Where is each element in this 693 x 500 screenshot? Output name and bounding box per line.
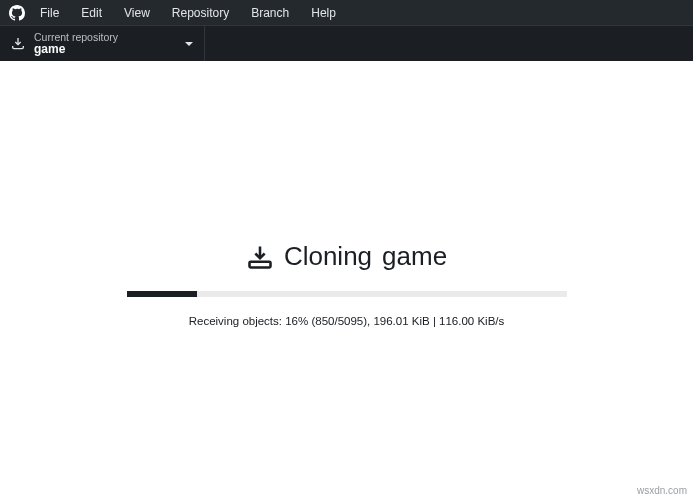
progress-fill xyxy=(127,291,197,297)
progress-bar xyxy=(127,291,567,297)
download-tray-icon xyxy=(10,36,26,52)
current-repository-text: Current repository game xyxy=(34,31,184,57)
main-content: Cloning game Receiving objects: 16% (850… xyxy=(0,61,693,500)
github-logo-icon xyxy=(6,5,28,21)
menubar: File Edit View Repository Branch Help xyxy=(0,0,693,25)
current-repository-label: Current repository xyxy=(34,31,184,43)
current-repository-selector[interactable]: Current repository game xyxy=(0,26,205,61)
svg-rect-0 xyxy=(249,261,270,267)
cloning-title-repo: game xyxy=(382,241,447,272)
status-text: Receiving objects: 16% (850/5095), 196.0… xyxy=(127,315,567,327)
cloning-title: Cloning game xyxy=(246,241,447,272)
menu-edit[interactable]: Edit xyxy=(71,2,112,24)
toolbar: Current repository game xyxy=(0,25,693,61)
cloning-panel: Cloning game Receiving objects: 16% (850… xyxy=(127,241,567,327)
menu-file[interactable]: File xyxy=(30,2,69,24)
menu-help[interactable]: Help xyxy=(301,2,346,24)
cloning-title-prefix: Cloning xyxy=(284,241,372,272)
menu-view[interactable]: View xyxy=(114,2,160,24)
chevron-down-icon xyxy=(184,35,194,53)
download-tray-icon xyxy=(246,243,274,271)
menu-branch[interactable]: Branch xyxy=(241,2,299,24)
current-repository-name: game xyxy=(34,43,184,57)
watermark: wsxdn.com xyxy=(637,485,687,496)
menu-repository[interactable]: Repository xyxy=(162,2,239,24)
